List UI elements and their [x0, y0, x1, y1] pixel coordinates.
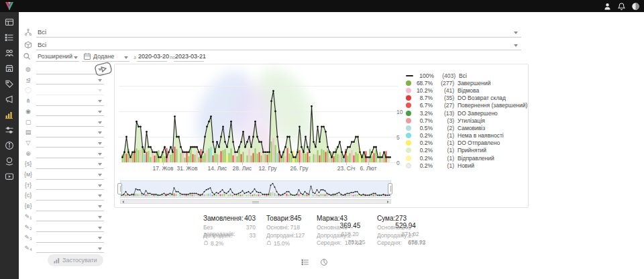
legend-item[interactable]: 0.2% (1) Прийнятий — [406, 147, 527, 154]
legend-dot-marker — [406, 111, 411, 116]
filter-field[interactable] — [36, 137, 104, 137]
summary-sub-label: Середня: — [377, 239, 402, 247]
legend-item[interactable]: 100% (403) Всі — [406, 72, 527, 79]
chevron-down-icon — [98, 163, 102, 166]
date-to-input[interactable]: 2023-03-21 — [175, 53, 206, 60]
notifications-bell-icon[interactable] — [617, 2, 626, 11]
filter-field[interactable] — [36, 221, 104, 221]
legend-dot-marker — [406, 125, 411, 131]
legend-item[interactable]: 3.2% (13) DO Завершено — [406, 109, 527, 117]
sidebar-item-customers[interactable] — [5, 48, 15, 58]
filter-field[interactable] — [36, 84, 104, 85]
filter-field[interactable] — [36, 242, 104, 243]
var-c-icon: {c} — [23, 192, 33, 199]
filter-field[interactable] — [36, 211, 104, 211]
navigator-left-handle[interactable] — [117, 183, 122, 194]
summary-sub-value: 678.73 — [408, 239, 425, 247]
filter-select-value[interactable]: Всі — [38, 28, 46, 36]
legend-percent: 0.5% — [414, 125, 433, 131]
search-mode-select[interactable]: Розширений — [38, 53, 72, 60]
summary-sub-value: 33 — [250, 232, 256, 240]
filter-field[interactable] — [36, 252, 104, 253]
scroll-right-icon[interactable] — [387, 201, 389, 203]
sidebar-item-store[interactable] — [5, 64, 15, 73]
legend-item[interactable]: 0.2% (1) DO Отправлено — [406, 140, 527, 147]
summary-title: Сума: — [377, 215, 395, 224]
sidebar-item-marketing[interactable] — [5, 95, 15, 104]
legend-item[interactable]: 0.5% (2) Самовивіз — [406, 124, 527, 131]
user-icon[interactable] — [603, 2, 612, 11]
field-underline — [36, 37, 521, 38]
chart-scrollbar[interactable] — [120, 199, 391, 204]
filter-field[interactable] — [36, 147, 104, 148]
cube-icon: ▢ — [23, 119, 33, 125]
section-video-icon[interactable] — [93, 60, 113, 78]
filter-field[interactable] — [36, 179, 104, 180]
pencil-1-icon: ✎₁ — [23, 213, 33, 220]
legend-percent: 68.7% — [414, 80, 433, 87]
scrollbar-grip[interactable] — [252, 201, 259, 203]
scroll-left-icon[interactable] — [122, 201, 124, 203]
chevron-down-icon — [98, 131, 102, 134]
filter-field[interactable] — [36, 105, 104, 106]
brand-logo[interactable] — [4, 1, 15, 11]
orders-chart-plot[interactable] — [121, 85, 391, 165]
legend-item[interactable]: 68.7% (277) Завершений — [406, 79, 527, 87]
y-axis-label: 0 — [396, 160, 400, 166]
sidebar-item-analytics[interactable] — [5, 110, 15, 119]
pie-view-icon[interactable] — [320, 258, 328, 266]
sidebar-item-support[interactable] — [5, 156, 15, 166]
summary-sub-label: Без допродажів: — [203, 224, 246, 232]
legend-label: DO Завершено — [458, 110, 498, 117]
upsell-percent: 15.0% — [274, 240, 290, 247]
legend-dot-marker — [406, 156, 411, 161]
filter-field[interactable] — [36, 231, 104, 232]
navigator-right-handle[interactable] — [388, 183, 392, 194]
filter-field[interactable] — [36, 115, 104, 116]
filter-field[interactable] — [36, 200, 104, 201]
legend-item[interactable]: 0.7% (3) Утилізація — [406, 117, 527, 124]
legend-item[interactable]: 0.2% (1) Відправлений — [406, 154, 527, 162]
filter-select-value[interactable]: Всі — [38, 41, 46, 48]
legend-item[interactable]: 6.7% (27) Повернення (завершений) — [406, 102, 527, 109]
filter-field[interactable] — [36, 126, 104, 127]
legend-percent: 0.2% — [414, 140, 433, 146]
field-underline — [36, 61, 79, 62]
sidebar-item-dashboard[interactable] — [5, 17, 15, 27]
legend-item[interactable]: 8.7% (35) DO Возврат склад — [406, 95, 527, 102]
sidebar-item-info[interactable] — [5, 141, 15, 150]
summary-title: Товари: — [266, 215, 290, 224]
date-from-input[interactable]: 2020-03-20 — [138, 53, 169, 60]
pencil-2-icon: ✎₂ — [23, 224, 33, 231]
list-view-icon[interactable] — [301, 258, 309, 266]
filter-field[interactable] — [36, 74, 104, 74]
legend-item[interactable]: 10.2% (41) Відмова — [406, 87, 527, 94]
sidebar-item-tune[interactable] — [5, 125, 15, 135]
legend-count: (1) — [435, 155, 454, 162]
chevron-down-icon — [98, 89, 102, 92]
chart-navigator[interactable] — [120, 180, 391, 198]
orders-chart-card: 0510 17. Жов 31. Жов 14. Лис 28. Лис 12.… — [114, 64, 529, 208]
filter-field[interactable] — [36, 95, 104, 95]
filter-field[interactable] — [36, 189, 104, 190]
filter-field[interactable] — [36, 158, 104, 158]
legend-label: DO Отправлено — [458, 140, 500, 146]
legend-item[interactable]: 0.2% (1) Нема в наявності — [406, 132, 527, 140]
legend-label: Всі — [459, 72, 467, 79]
sidebar-item-sales[interactable] — [5, 79, 15, 89]
apply-filters-button[interactable]: Застосувати — [48, 254, 103, 266]
summary-sub-label: Допродані: — [266, 232, 295, 240]
filter-field[interactable] — [36, 168, 104, 169]
avatar[interactable] — [631, 2, 640, 11]
legend-item[interactable]: 0.2% (1) Новий — [406, 162, 527, 169]
y-axis-label: 10 — [396, 109, 402, 115]
chevron-down-icon — [98, 227, 102, 229]
legend-label: Відмова — [458, 87, 479, 94]
legend-label: Самовивіз — [458, 125, 485, 131]
date-field-select[interactable]: Додане — [93, 53, 114, 60]
sidebar-item-video[interactable] — [5, 172, 15, 181]
sidebar-item-orders[interactable] — [5, 33, 15, 42]
chevron-down-icon — [124, 56, 128, 59]
legend-percent: 0.2% — [414, 155, 433, 162]
notification-badge — [623, 1, 627, 5]
